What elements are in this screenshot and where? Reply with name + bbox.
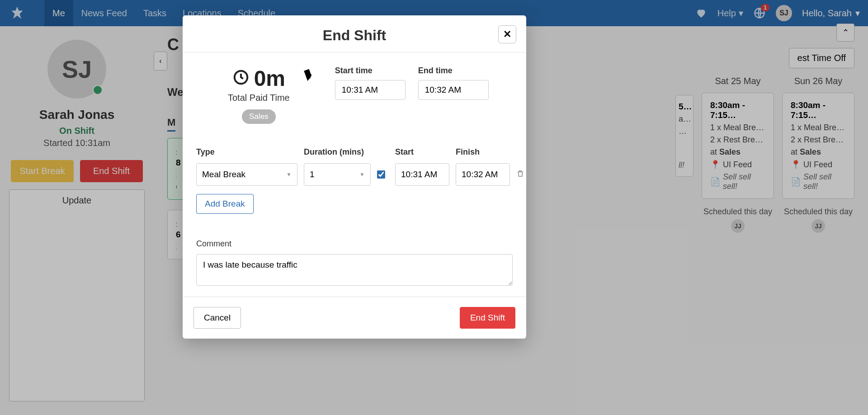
paid-time-value: 0m	[254, 66, 285, 91]
break-duration-select[interactable]: 1▼	[304, 163, 371, 186]
break-start-label: Start	[395, 147, 449, 157]
end-shift-modal: End Shift ✕ 0m Total Paid Time Sales Sta…	[183, 15, 526, 339]
department-pill: Sales	[242, 109, 276, 124]
chevron-down-icon: ▼	[286, 171, 292, 178]
break-start-input[interactable]	[395, 163, 449, 186]
break-link-checkbox[interactable]	[377, 170, 385, 179]
break-type-label: Type	[196, 147, 297, 157]
break-finish-input[interactable]	[456, 163, 510, 186]
confirm-end-shift-button[interactable]: End Shift	[460, 307, 515, 329]
end-time-label: End time	[418, 66, 489, 75]
break-duration-value: 1	[310, 170, 315, 179]
chevron-down-icon: ▼	[359, 171, 365, 178]
trash-icon	[516, 171, 524, 179]
break-type-value: Meal Break	[202, 170, 245, 179]
end-time-input[interactable]	[418, 80, 489, 100]
break-duration-label: Duration (mins)	[304, 147, 371, 157]
start-time-input[interactable]	[335, 80, 406, 100]
start-time-label: Start time	[335, 66, 406, 75]
modal-close-button[interactable]: ✕	[498, 25, 516, 43]
break-finish-label: Finish	[456, 147, 510, 157]
comment-textarea[interactable]	[196, 254, 513, 286]
modal-title: End Shift	[323, 27, 386, 44]
cancel-button[interactable]: Cancel	[193, 307, 241, 329]
break-type-select[interactable]: Meal Break▼	[196, 163, 297, 186]
add-break-button[interactable]: Add Break	[196, 194, 254, 214]
comment-label: Comment	[196, 239, 513, 249]
clock-icon	[232, 66, 250, 91]
close-icon: ✕	[503, 28, 511, 40]
delete-break-button[interactable]	[516, 170, 530, 179]
paid-time-label: Total Paid Time	[228, 93, 290, 103]
